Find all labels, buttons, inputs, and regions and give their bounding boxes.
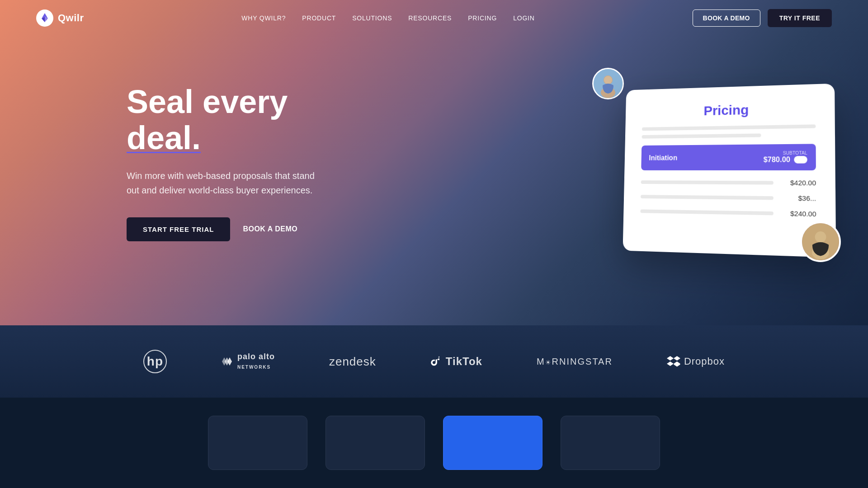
hero-illustration: Pricing Initiation SUBTOTAL $780.00 $420… bbox=[606, 72, 832, 253]
book-demo-button[interactable]: BOOK A DEMO bbox=[243, 225, 297, 233]
logo-icon bbox=[36, 9, 53, 27]
logo[interactable]: Qwilr bbox=[36, 9, 84, 27]
logos-section: hp palo altoNETWORKS zendesk TikTok M☀RN… bbox=[0, 325, 868, 398]
nav-book-demo-button[interactable]: BOOK A DEMO bbox=[693, 9, 760, 27]
start-free-trial-button[interactable]: START FREE TRIAL bbox=[127, 217, 230, 241]
nav-try-free-button[interactable]: TRY IT FREE bbox=[768, 9, 832, 27]
logo-hp: hp bbox=[143, 350, 167, 373]
bottom-section bbox=[0, 398, 868, 488]
paloalto-text: palo altoNETWORKS bbox=[237, 352, 275, 371]
svg-marker-8 bbox=[667, 356, 674, 361]
logo-tiktok: TikTok bbox=[430, 355, 482, 368]
pricing-row-header: Initiation SUBTOTAL $780.00 bbox=[641, 144, 816, 170]
paloalto-icon bbox=[221, 357, 234, 366]
svg-point-6 bbox=[815, 231, 826, 243]
svg-marker-10 bbox=[667, 361, 674, 366]
navbar: Qwilr WHY QWILR? PRODUCT SOLUTIONS RESOU… bbox=[0, 0, 868, 36]
hero-buttons: START FREE TRIAL BOOK A DEMO bbox=[127, 217, 316, 241]
logo-text: Qwilr bbox=[58, 12, 84, 24]
logo-paloalto: palo altoNETWORKS bbox=[221, 352, 275, 371]
zendesk-text: zendesk bbox=[329, 355, 376, 369]
dropbox-text: Dropbox bbox=[684, 356, 725, 367]
item-line-1 bbox=[641, 180, 774, 184]
pricing-row-right: SUBTOTAL $780.00 bbox=[764, 150, 807, 164]
avatar-top bbox=[592, 68, 624, 99]
bottom-card-4 bbox=[561, 416, 660, 470]
pricing-card-title: Pricing bbox=[642, 101, 816, 120]
pricing-card-line-2 bbox=[642, 133, 761, 138]
nav-link-product[interactable]: PRODUCT bbox=[302, 14, 336, 22]
pricing-card-line-1 bbox=[642, 124, 816, 131]
bottom-card-3 bbox=[443, 416, 542, 470]
hero-headline: Seal every deal. bbox=[127, 84, 316, 155]
pricing-row-label: Initiation bbox=[649, 154, 677, 162]
logo-dropbox: Dropbox bbox=[667, 356, 725, 367]
headline-part2: deal. bbox=[127, 120, 201, 156]
dropbox-icon bbox=[667, 356, 680, 367]
nav-links: WHY QWILR? PRODUCT SOLUTIONS RESOURCES P… bbox=[241, 14, 534, 22]
hp-text: hp bbox=[147, 354, 163, 369]
nav-link-pricing[interactable]: PRICING bbox=[468, 14, 497, 22]
item-line-2 bbox=[641, 195, 774, 200]
hero-subtext: Win more with web-based proposals that s… bbox=[127, 169, 316, 197]
pricing-item-row-2: $36... bbox=[641, 189, 816, 206]
tiktok-text: TikTok bbox=[446, 355, 482, 368]
pricing-main-amount: $780.00 bbox=[764, 155, 807, 164]
nav-actions: BOOK A DEMO TRY IT FREE bbox=[693, 9, 832, 27]
hero-content: Seal every deal. Win more with web-based… bbox=[0, 84, 316, 241]
svg-marker-12 bbox=[674, 362, 680, 367]
svg-marker-9 bbox=[674, 356, 680, 361]
bottom-card-2 bbox=[326, 416, 425, 470]
tiktok-icon bbox=[430, 356, 442, 367]
nav-link-why[interactable]: WHY QWILR? bbox=[241, 14, 286, 22]
morningstar-text: M☀RNINGSTAR bbox=[537, 357, 613, 367]
item-amount-1: $420.00 bbox=[783, 178, 816, 187]
nav-link-login[interactable]: LOGIN bbox=[513, 14, 535, 22]
logo-zendesk: zendesk bbox=[329, 355, 376, 369]
avatar-bottom bbox=[800, 221, 841, 262]
headline-part1: Seal every bbox=[127, 84, 288, 120]
subtotal-label: SUBTOTAL bbox=[764, 150, 807, 156]
toggle-button[interactable] bbox=[794, 156, 807, 164]
pricing-item-row-1: $420.00 bbox=[641, 175, 816, 191]
nav-link-resources[interactable]: RESOURCES bbox=[408, 14, 452, 22]
bottom-card-1 bbox=[208, 416, 307, 470]
pricing-item-row-3: $240.00 bbox=[640, 204, 816, 222]
svg-point-4 bbox=[604, 76, 612, 84]
item-amount-2: $36... bbox=[783, 194, 816, 202]
item-amount-3: $240.00 bbox=[783, 209, 816, 218]
nav-link-solutions[interactable]: SOLUTIONS bbox=[352, 14, 392, 22]
item-line-3 bbox=[640, 209, 773, 215]
logo-morningstar: M☀RNINGSTAR bbox=[537, 357, 613, 367]
hero-section: Seal every deal. Win more with web-based… bbox=[0, 0, 868, 325]
